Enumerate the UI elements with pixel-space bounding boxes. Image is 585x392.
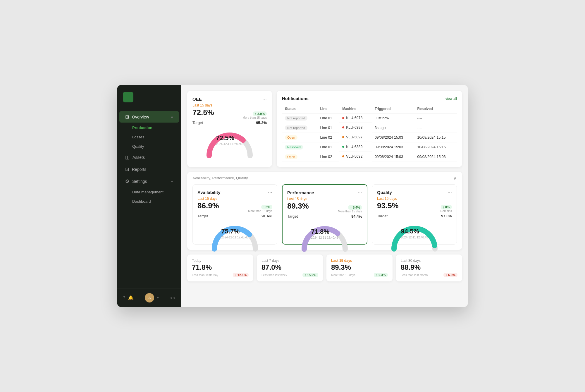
performance-menu-button[interactable]: ··· <box>358 190 362 196</box>
oee-title: OEE <box>192 97 202 102</box>
oee-metric-row: 72.5% ↑ 3.9% More than 15 days <box>192 108 267 119</box>
availability-more-than: More than 15 days <box>248 209 272 213</box>
col-resolved: Resolved <box>414 104 457 114</box>
apq-collapse-button[interactable]: ∧ <box>453 175 457 181</box>
notif-machine-cell: KLU-6389 <box>339 142 372 152</box>
oee-gauge: 72.5% 2024-12-11 12:40:45 <box>192 128 267 146</box>
sidebar-item-data-management[interactable]: Data management <box>119 188 179 197</box>
availability-gauge: 75.7% 2024-12-11 12:40:45 <box>197 221 272 239</box>
quality-target-label: Target <box>377 214 388 218</box>
notif-triggered-cell: 09/08/2024 15:03 <box>372 142 414 152</box>
sidebar-item-data-management-label: Data management <box>132 190 164 194</box>
top-row: OEE ··· Last 15 days 72.5% ↑ 3.9% More t… <box>187 91 462 167</box>
availability-period: Last 15 days <box>197 197 272 201</box>
green-dot <box>342 146 344 148</box>
sidebar-item-settings-label: Settings <box>132 179 168 184</box>
apq-section: Availability, Performance, Quality ∧ Ava… <box>187 172 462 250</box>
availability-target-row: Target 91.6% <box>197 214 272 218</box>
notif-status-cell: Open <box>282 133 317 142</box>
notif-triggered-cell: Just now <box>372 114 414 123</box>
logo-icon <box>123 92 133 102</box>
sidebar-item-losses[interactable]: Losses <box>119 133 179 142</box>
oee-card: OEE ··· Last 15 days 72.5% ↑ 3.9% More t… <box>187 91 272 167</box>
sidebar-item-dashboard[interactable]: Dashboard <box>119 197 179 206</box>
avatar[interactable]: A <box>145 293 154 302</box>
oee-value: 72.5% <box>192 108 214 117</box>
quality-badge-group: ↑ 0% Remains <box>441 205 452 213</box>
notif-status-cell: Open <box>282 152 317 162</box>
notifications-title: Notifications <box>282 96 309 101</box>
availability-badge-group: ↑ 3% More than 15 days <box>248 205 272 213</box>
red-dot <box>342 126 344 128</box>
performance-target-row: Target 94.4% <box>287 214 362 219</box>
sidebar-item-assets[interactable]: ◫ Assets <box>119 152 179 163</box>
performance-more-than: More than 15 days <box>338 210 362 213</box>
quality-more-than: Remains <box>441 209 452 213</box>
sidebar-item-reports[interactable]: ⊡ Reports <box>119 164 179 175</box>
sidebar-item-settings[interactable]: ⚙ Settings ∧ <box>119 176 179 187</box>
bottom-stats-row: Today 71.8% Less than Yesterday ↓ 12.1% … <box>187 255 462 281</box>
performance-metric-row: 89.3% ↑ 5.4% More than 15 days <box>287 202 362 213</box>
stat-sub: Less than last month <box>401 274 428 277</box>
sidebar-item-quality[interactable]: Quality <box>119 142 179 151</box>
col-machine: Machine <box>339 104 372 114</box>
performance-gauge: 71.8% 2024-12-11 12:40:45 <box>287 221 362 239</box>
notif-machine-cell: KLU-6978 <box>339 114 372 123</box>
sidebar-item-assets-label: Assets <box>133 155 173 160</box>
sidebar-item-overview[interactable]: ⊞ Overview ∧ <box>119 111 179 123</box>
performance-title: Performance <box>287 190 314 195</box>
notif-line-cell: Line 02 <box>317 152 340 162</box>
performance-card: Performance ··· Last 15 days 89.3% ↑ 5.4… <box>282 184 367 245</box>
main-window: ⊞ Overview ∧ Production Losses Quality ◫… <box>117 85 468 307</box>
quality-title: Quality <box>377 190 392 195</box>
availability-gauge-text: 75.7% 2024-12-11 12:40:45 <box>221 230 249 239</box>
notification-row: Not reported Line 01 KLU-6978 Just now -… <box>282 114 457 123</box>
notif-status-cell: Not reported <box>282 123 317 133</box>
quality-menu-button[interactable]: ··· <box>448 189 452 195</box>
notifications-tbody: Not reported Line 01 KLU-6978 Just now -… <box>282 114 457 162</box>
notif-resolved-cell: 10/08/2024 15:15 <box>414 133 457 142</box>
notif-line-cell: Line 01 <box>317 123 340 133</box>
quality-change-badge: ↑ 0% <box>441 205 452 209</box>
notif-status-cell: Resolved <box>282 142 317 152</box>
bell-icon[interactable]: 🔔 <box>128 295 134 300</box>
performance-gauge-text: 71.8% 2024-12-11 12:40:45 <box>311 230 338 239</box>
stat-period: Today <box>192 259 249 263</box>
notif-triggered-cell: 09/08/2024 15:03 <box>372 133 414 142</box>
sidebar-item-production[interactable]: Production <box>119 123 179 132</box>
view-all-button[interactable]: view all <box>445 97 457 101</box>
availability-menu-button[interactable]: ··· <box>268 189 272 195</box>
status-badge: Resolved <box>285 145 303 149</box>
sidebar-toggle-button[interactable]: < > <box>170 296 176 300</box>
help-icon[interactable]: ? <box>123 295 125 300</box>
sidebar-bottom: ? 🔔 A ▾ < > <box>117 288 181 307</box>
quality-header: Quality ··· <box>377 189 452 195</box>
status-badge: Open <box>285 135 297 140</box>
notif-machine-cell: KLU-6398 <box>339 123 372 132</box>
notification-row: Open Line 02 VLU-5897 09/08/2024 15:03 1… <box>282 133 457 142</box>
apq-section-title: Availability, Performance, Quality <box>192 176 248 180</box>
stat-value: 87.0% <box>261 263 318 271</box>
stat-change-badge: ↑ 15.2% <box>302 273 318 277</box>
sidebar-item-dashboard-label: Dashboard <box>132 199 151 204</box>
sidebar: ⊞ Overview ∧ Production Losses Quality ◫… <box>117 85 181 307</box>
stat-card: Last 15 days 89.3% More than 15 days ↑ 2… <box>326 255 393 281</box>
quality-target-row: Target 97.0% <box>377 214 452 218</box>
settings-chevron-icon: ∧ <box>171 179 173 183</box>
availability-target-value: 91.6% <box>261 214 272 218</box>
settings-icon: ⚙ <box>125 178 129 184</box>
quality-metric-row: 93.5% ↑ 0% Remains <box>377 201 452 213</box>
status-badge: Not reported <box>285 116 307 121</box>
oee-menu-button[interactable]: ··· <box>262 96 267 102</box>
oee-badge-group: ↑ 3.9% More than 15 days <box>242 111 267 119</box>
notif-resolved-cell: ---- <box>414 123 457 133</box>
sidebar-nav: ⊞ Overview ∧ Production Losses Quality ◫… <box>117 108 181 288</box>
orange-dot <box>342 136 344 138</box>
quality-gauge-text: 94.5% 2024-12-11 12:40:45 <box>401 230 428 239</box>
stat-sub: Less than Yesterday <box>192 274 218 277</box>
availability-card: Availability ··· Last 15 days 86.9% ↑ 3%… <box>192 184 277 245</box>
sidebar-item-production-label: Production <box>132 125 152 130</box>
apq-cards-row: Availability ··· Last 15 days 86.9% ↑ 3%… <box>192 184 457 250</box>
notification-row: Not reported Line 01 KLU-6398 3s ago ---… <box>282 123 457 133</box>
notif-resolved-cell: ---- <box>414 114 457 123</box>
